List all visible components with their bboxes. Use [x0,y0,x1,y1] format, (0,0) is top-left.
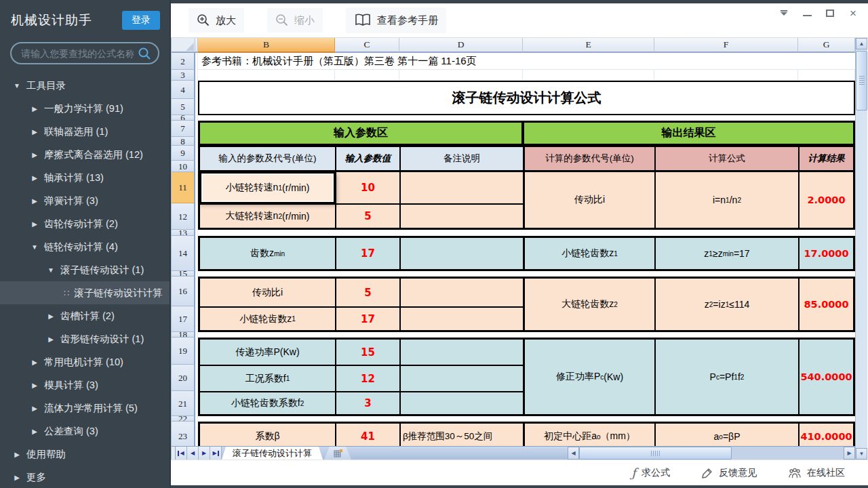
tree-item-bearing[interactable]: ▶轴承计算 (13) [0,166,170,189]
row-header-7[interactable]: 7 [172,121,195,137]
prev-sheet-button[interactable]: ◀ [187,447,199,460]
column-header-b[interactable]: B [198,38,335,53]
input-zone-header[interactable]: 输入参数区 [198,121,523,146]
cell-c23[interactable]: 41 [335,422,399,446]
row-header-8[interactable]: 8 [172,137,195,146]
select-all-corner[interactable] [172,38,195,53]
column-header-c[interactable]: C [335,38,399,53]
cell-d21[interactable] [399,391,523,416]
cell-c11[interactable]: 10 [335,172,399,203]
cell-g11-merged[interactable]: 2.0000 [798,172,855,230]
cell-f19-merged[interactable]: Pc=Pf1f2 [654,338,798,416]
row-header-12[interactable]: 12 [172,203,195,230]
maximize-button[interactable] [825,7,835,18]
sheet-main-title[interactable]: 滚子链传动设计计算公式 [198,81,855,115]
vertical-scroll-track[interactable] [856,110,867,448]
cell-c12[interactable]: 5 [335,203,399,230]
column-header-e[interactable]: E [523,38,654,53]
cell-b16[interactable]: 传动比i [198,277,335,306]
cell-f14[interactable]: z1≥zmin=17 [654,236,798,271]
row-header-4[interactable]: 4 [172,81,195,99]
tree-item-sprocket-drive[interactable]: ▼链轮传动计算 (4) [0,235,170,258]
cell-d23[interactable]: β推荐范围30～50之间 [399,422,523,446]
cell-c14[interactable]: 17 [335,236,399,271]
cell-g19-merged[interactable]: 540.0000 [798,338,855,416]
cell-c21[interactable]: 3 [335,391,399,416]
header-input-value[interactable]: 输入参数值 [335,146,399,172]
cell-c19[interactable]: 15 [335,338,399,365]
cell-d20[interactable] [399,365,523,391]
cell-b17[interactable]: 小链轮齿数z1 [198,306,335,332]
cell-b21[interactable]: 小链轮齿数系数f2 [198,391,335,416]
tree-item-help[interactable]: ▶使用帮助 [0,443,170,466]
row-header-23[interactable]: 23 [172,422,195,446]
cell-f16-merged[interactable]: z2=iz1≤114 [654,277,798,332]
row-header-21[interactable]: 21 [172,391,195,416]
tree-item-general-mechanics[interactable]: ▶一般力学计算 (91) [0,97,170,120]
reference-manual-button[interactable]: 查看参考手册 [346,7,446,33]
tree-item-more[interactable]: ▶更多 [0,466,170,488]
cell-b23[interactable]: 系数β [198,422,335,446]
active-sheet-tab[interactable]: 滚子链传动设计计算 [222,447,323,460]
cell-e19-merged[interactable]: 修正功率Pc(Kw) [523,338,654,416]
column-header-f[interactable]: F [654,38,798,53]
horizontal-scroll-thumb[interactable] [579,447,732,460]
cell-b14[interactable]: 齿数zmin [198,236,335,271]
row-header-11-selected[interactable]: 11 [172,172,195,203]
cell-f23[interactable]: ao=βP [654,422,798,446]
cell-g14[interactable]: 17.0000 [798,236,855,271]
row-header-9[interactable]: 9 [172,146,195,161]
horizontal-scroll-track[interactable] [732,447,844,460]
scroll-left-button[interactable]: ◀ [568,447,579,460]
cell-c20[interactable]: 12 [335,365,399,391]
column-header-g[interactable]: G [798,38,855,53]
row-header-15[interactable]: 15 [172,271,195,277]
row-header-17[interactable]: 17 [172,306,195,332]
row-header-13[interactable]: 13 [172,230,195,236]
zoom-out-button[interactable]: 缩小 [267,8,323,33]
skin-menu-button[interactable] [778,7,789,18]
cell-e23[interactable]: 初定中心距ao（mm） [523,422,654,446]
cell-c16[interactable]: 5 [335,277,399,306]
row-header-5[interactable]: 5 [172,99,195,115]
header-output-param[interactable]: 计算的参数代号(单位) [523,146,654,172]
row-header-22[interactable]: 22 [172,416,195,422]
cell-c17[interactable]: 17 [335,306,399,332]
cell-f11-merged[interactable]: i=n1/n2 [654,172,798,230]
ask-formula-button[interactable]: ƒ 求公式 [631,466,670,480]
row-header-19[interactable]: 19 [172,338,195,365]
close-button[interactable]: × [848,7,859,18]
cell-e16-merged[interactable]: 大链轮齿数z2 [523,277,654,332]
cell-g23[interactable]: 410.0000 [798,422,855,446]
tree-item-silent-chain[interactable]: ▶齿形链传动设计 (1) [0,327,170,350]
tree-item-tolerance-query[interactable]: ▶公差查询 (3) [0,420,170,443]
row-header-2[interactable]: 2 [172,53,195,70]
header-note[interactable]: 备注说明 [399,146,523,172]
scroll-down-button[interactable]: ▼ [856,448,867,460]
tree-item-tool-catalog[interactable]: ▼工具目录 [0,74,170,97]
zoom-in-button[interactable]: 放大 [189,8,244,33]
cell-d11[interactable] [399,172,523,203]
minimize-button[interactable] [802,7,812,18]
tree-item-mold-calc[interactable]: ▶模具计算 (3) [0,373,170,396]
first-sheet-button[interactable]: ◀ [176,447,187,460]
scroll-right-button[interactable]: ▶ [844,447,855,460]
cell-d14[interactable] [399,236,523,271]
tree-item-friction-clutch[interactable]: ▶摩擦式离合器选用 (12) [0,143,170,166]
tree-item-coupling[interactable]: ▶联轴器选用 (1) [0,120,170,143]
tree-item-tooth-groove[interactable]: ▶齿槽计算 (2) [0,304,170,327]
header-input-param[interactable]: 输入的参数及代号(单位) [198,146,335,172]
vertical-scroll-thumb[interactable] [856,51,867,110]
cell-d12[interactable] [399,203,523,230]
tree-item-spring[interactable]: ▶弹簧计算 (3) [0,189,170,212]
tree-item-gear-drive[interactable]: ▶齿轮传动计算 (2) [0,212,170,235]
tree-item-motor-calc[interactable]: ▶常用电机计算 (10) [0,350,170,373]
cell-reference-note[interactable]: 参考书籍：机械设计手册（第五版）第三卷 第十一篇 11-16页 [198,53,855,70]
row-header-6[interactable]: 6 [172,115,195,121]
tree-item-roller-chain-calc-selected[interactable]: ∷滚子链传动设计计算 [0,281,170,304]
cell-b20[interactable]: 工况系数f1 [198,365,335,391]
row-header-16[interactable]: 16 [172,277,195,306]
cell-g16-merged[interactable]: 85.0000 [798,277,855,332]
cell-b19[interactable]: 传递功率P(Kw) [198,338,335,365]
cell-d17[interactable] [399,306,523,332]
